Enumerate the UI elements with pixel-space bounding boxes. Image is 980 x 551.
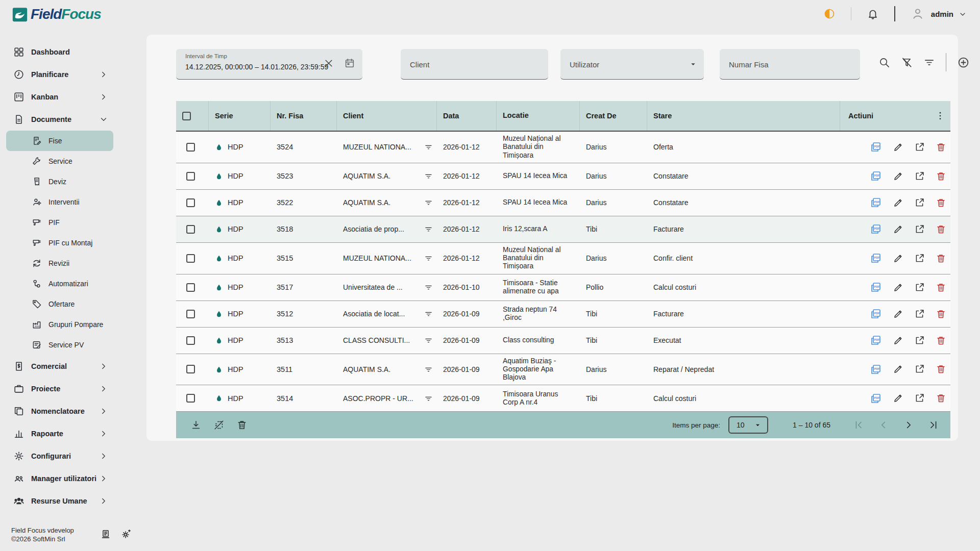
filter-menu-icon[interactable] (424, 254, 433, 263)
calendar-icon[interactable] (344, 58, 355, 69)
settings-sparkle-icon[interactable] (120, 529, 132, 540)
sidebar-item-manager-utilizatori[interactable]: Manager utilizatori (6, 467, 113, 490)
select-all-checkbox[interactable] (182, 112, 191, 120)
open-external-icon[interactable] (914, 335, 925, 346)
utilizator-select[interactable]: Utilizator (560, 49, 704, 80)
open-external-icon[interactable] (914, 224, 925, 235)
edit-icon[interactable] (893, 171, 903, 182)
add-circle-icon[interactable] (957, 56, 970, 69)
sidebar-item-dashboard[interactable]: Dashboard (6, 41, 113, 63)
delete-icon[interactable] (936, 253, 946, 264)
sidebar-item-pif[interactable]: PIF (6, 212, 113, 233)
delete-icon[interactable] (936, 224, 946, 235)
sidebar-item-pif-cu-montaj[interactable]: PIF cu Montaj (6, 233, 113, 253)
filter-off-icon[interactable] (901, 57, 913, 68)
clear-x-icon[interactable] (324, 58, 334, 68)
interval-de-timp-field[interactable]: Interval de Timp 14.12.2025, 00:00:00 – … (176, 49, 362, 80)
filter-menu-icon[interactable] (424, 172, 433, 181)
chevron-down-icon[interactable] (959, 9, 967, 18)
items-per-page-select[interactable]: 10 (728, 416, 768, 434)
delete-icon[interactable] (936, 282, 946, 293)
last-page-icon[interactable] (928, 419, 939, 431)
pdf-copy-icon[interactable]: PDF (870, 196, 882, 209)
delete-icon[interactable] (936, 142, 946, 153)
open-external-icon[interactable] (914, 197, 925, 208)
sidebar-item-fise[interactable]: Fise (6, 131, 113, 151)
filter-menu-icon[interactable] (424, 310, 433, 318)
filter-menu-icon[interactable] (424, 365, 433, 374)
bell-icon[interactable] (867, 8, 879, 20)
pdf-copy-icon[interactable]: PDF (870, 223, 882, 235)
sidebar-item-ofertare[interactable]: Ofertare (6, 294, 113, 314)
pdf-copy-icon[interactable]: PDF (870, 141, 882, 153)
pdf-copy-icon[interactable]: PDF (870, 252, 882, 264)
prev-page-icon[interactable] (878, 419, 889, 431)
theme-toggle-icon[interactable] (823, 8, 836, 20)
delete-icon[interactable] (936, 309, 946, 319)
sidebar-item-service-pv[interactable]: Service PV (6, 335, 113, 355)
release-notes-icon[interactable] (100, 529, 111, 540)
row-checkbox[interactable] (186, 336, 195, 345)
username[interactable]: admin (931, 10, 953, 18)
edit-icon[interactable] (893, 282, 903, 293)
download-icon[interactable] (190, 419, 202, 431)
open-external-icon[interactable] (914, 142, 925, 153)
user-avatar-icon[interactable] (911, 7, 925, 21)
open-external-icon[interactable] (914, 253, 925, 264)
dots-vertical-icon[interactable] (935, 111, 945, 121)
sidebar-item-interventii[interactable]: Interventii (6, 192, 113, 212)
filter-menu-icon[interactable] (424, 283, 433, 292)
open-external-icon[interactable] (914, 393, 925, 404)
edit-icon[interactable] (893, 197, 903, 208)
sidebar-item-deviz[interactable]: Deviz (6, 171, 113, 192)
numar-fisa-input[interactable]: Numar Fisa (720, 49, 860, 80)
edit-icon[interactable] (893, 335, 903, 346)
filter-menu-icon[interactable] (923, 57, 935, 68)
row-checkbox[interactable] (186, 310, 195, 318)
sidebar-item-nomenclatoare[interactable]: Nomenclatoare (6, 400, 113, 422)
filter-menu-icon[interactable] (424, 394, 433, 403)
open-external-icon[interactable] (914, 309, 925, 319)
delete-icon[interactable] (936, 171, 946, 182)
sidebar-item-service[interactable]: Service (6, 151, 113, 171)
edit-icon[interactable] (893, 253, 903, 264)
row-checkbox[interactable] (186, 225, 195, 234)
edit-icon[interactable] (893, 309, 903, 319)
next-page-icon[interactable] (903, 419, 914, 431)
row-checkbox[interactable] (186, 172, 195, 181)
row-checkbox[interactable] (186, 254, 195, 263)
pdf-copy-icon[interactable]: PDF (870, 308, 882, 320)
row-checkbox[interactable] (186, 365, 195, 373)
filter-menu-icon[interactable] (424, 225, 433, 234)
first-page-icon[interactable] (853, 419, 864, 431)
sidebar-item-kanban[interactable]: Kanban (6, 86, 113, 108)
filter-menu-icon[interactable] (424, 198, 433, 207)
sidebar-item-grupuri-pompare[interactable]: Grupuri Pompare (6, 314, 113, 335)
pdf-copy-icon[interactable]: PDF (870, 170, 882, 182)
sidebar-item-configurari[interactable]: Configurari (6, 445, 113, 467)
pdf-copy-icon[interactable]: PDF (870, 363, 882, 375)
row-checkbox[interactable] (186, 198, 195, 207)
edit-icon[interactable] (893, 224, 903, 235)
sidebar-item-resurse-umane[interactable]: Resurse Umane (6, 490, 113, 512)
delete-icon[interactable] (936, 393, 946, 404)
deselect-icon[interactable] (213, 419, 225, 431)
row-checkbox[interactable] (186, 283, 195, 292)
pdf-copy-icon[interactable]: PDF (870, 392, 882, 405)
client-input[interactable]: Client (401, 49, 548, 80)
sidebar-item-automatizari[interactable]: Automatizari (6, 273, 113, 294)
pdf-copy-icon[interactable]: PDF (870, 281, 882, 293)
sidebar-item-documente[interactable]: Documente (6, 108, 113, 131)
filter-menu-icon[interactable] (424, 336, 433, 345)
sidebar-item-proiecte[interactable]: Proiecte (6, 378, 113, 400)
row-checkbox[interactable] (186, 394, 195, 403)
delete-icon[interactable] (936, 197, 946, 208)
search-icon[interactable] (878, 57, 890, 68)
delete-icon[interactable] (936, 364, 946, 374)
open-external-icon[interactable] (914, 364, 925, 374)
sidebar-item-planificare[interactable]: Planificare (6, 63, 113, 86)
delete-icon[interactable] (236, 419, 248, 431)
delete-icon[interactable] (936, 335, 946, 346)
edit-icon[interactable] (893, 142, 903, 153)
filter-menu-icon[interactable] (424, 143, 433, 152)
